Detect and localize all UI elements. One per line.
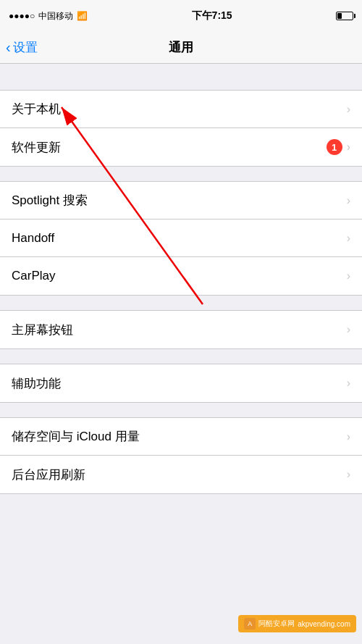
back-label: 设置 <box>13 39 38 56</box>
carplay-label: CarPlay <box>12 269 55 283</box>
settings-item-handoff[interactable]: Handoff › <box>0 219 362 257</box>
carrier-label: 中国移动 <box>38 10 73 22</box>
handoff-label: Handoff <box>12 231 54 246</box>
handoff-chevron-icon: › <box>347 233 350 244</box>
section-spacer-5 <box>0 403 362 417</box>
status-time: 下午7:15 <box>192 9 232 22</box>
settings-item-spotlight[interactable]: Spotlight 搜索 › <box>0 182 362 219</box>
back-button[interactable]: ‹ 设置 <box>6 39 38 56</box>
nav-bar: ‹ 设置 通用 <box>0 32 362 64</box>
section-spacer-3 <box>0 296 362 310</box>
watermark-url: akpvending.com <box>298 620 350 628</box>
carplay-chevron-icon: › <box>347 270 350 282</box>
battery-fill <box>337 13 342 19</box>
background-refresh-label: 后台应用刷新 <box>12 467 85 483</box>
accessibility-label: 辅助功能 <box>12 375 61 392</box>
about-label: 关于本机 <box>12 101 61 117</box>
settings-content: 关于本机 › 软件更新 1 › Spotlight 搜索 › <box>0 64 362 494</box>
battery-icon <box>336 12 353 20</box>
settings-item-about[interactable]: 关于本机 › <box>0 91 362 128</box>
settings-item-accessibility[interactable]: 辅助功能 › <box>0 364 362 402</box>
settings-item-icloud-storage[interactable]: 储存空间与 iCloud 用量 › <box>0 418 362 456</box>
home-button-chevron-icon: › <box>347 324 350 335</box>
status-right <box>336 12 353 20</box>
background-refresh-chevron-icon: › <box>347 469 350 480</box>
software-update-label: 软件更新 <box>12 139 61 156</box>
watermark-icon-letter: A <box>248 620 252 627</box>
software-update-badge: 1 <box>327 139 342 155</box>
back-chevron-icon: ‹ <box>6 40 11 54</box>
section-spacer-1 <box>0 64 362 90</box>
home-button-label: 主屏幕按钮 <box>12 322 73 338</box>
settings-group-3: 主屏幕按钮 › <box>0 310 362 349</box>
settings-item-home-button[interactable]: 主屏幕按钮 › <box>0 311 362 348</box>
status-left: ●●●●○ 中国移动 📶 <box>9 10 88 22</box>
watermark: A 阿酷安卓网 akpvending.com <box>238 615 356 632</box>
about-chevron-icon: › <box>347 104 350 115</box>
settings-group-1: 关于本机 › 软件更新 1 › <box>0 90 362 167</box>
watermark-text: 阿酷安卓网 <box>258 619 295 629</box>
accessibility-chevron-icon: › <box>347 377 350 389</box>
signal-dots: ●●●●○ <box>9 11 35 21</box>
spotlight-label: Spotlight 搜索 <box>12 192 88 209</box>
wifi-icon: 📶 <box>77 11 88 21</box>
nav-title: 通用 <box>169 39 193 56</box>
settings-group-5: 储存空间与 iCloud 用量 › 后台应用刷新 › <box>0 417 362 494</box>
settings-item-carplay[interactable]: CarPlay › <box>0 257 362 295</box>
spotlight-chevron-icon: › <box>347 195 350 206</box>
section-spacer-4 <box>0 349 362 364</box>
watermark-icon: A <box>244 618 256 630</box>
settings-group-4: 辅助功能 › <box>0 364 362 403</box>
settings-item-software-update[interactable]: 软件更新 1 › <box>0 128 362 166</box>
settings-group-2: Spotlight 搜索 › Handoff › CarPlay › <box>0 181 362 296</box>
icloud-storage-chevron-icon: › <box>347 431 350 443</box>
icloud-storage-label: 储存空间与 iCloud 用量 <box>12 428 140 445</box>
settings-item-background-refresh[interactable]: 后台应用刷新 › <box>0 456 362 493</box>
status-bar: ●●●●○ 中国移动 📶 下午7:15 <box>0 0 362 32</box>
section-spacer-2 <box>0 167 362 181</box>
software-update-chevron-icon: › <box>347 141 350 153</box>
